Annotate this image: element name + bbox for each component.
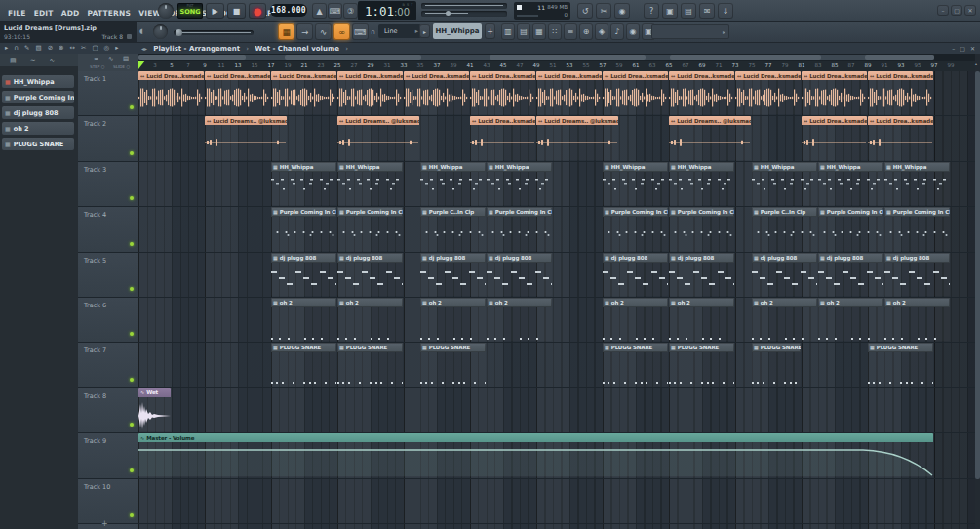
playlist-clip[interactable]: ▦dj plugg 808 [669,253,734,296]
clip-header[interactable]: ▦PLUGG SNARE [337,343,403,352]
playlist-clip[interactable]: ↔Lucid Drea..ksmadethis [470,71,535,114]
playlist-clip[interactable]: ↔Lucid Drea..ksmadethis [802,116,867,159]
add-channel-button[interactable]: + [485,23,495,39]
breadcrumb-arrangement[interactable]: Playlist - Arrangement [153,45,240,53]
playlist-panel-icon[interactable]: ▥ [501,23,515,40]
clip-header[interactable]: ▦HH_Whippa [271,162,336,172]
typing-keyboard-icon[interactable]: ⌨ [352,23,369,40]
link-icon[interactable]: ∞ [333,23,350,40]
time-display[interactable]: B S T 1:01:00 [358,1,416,20]
playlist-clip[interactable]: ↔Lucid Drea..ksmadethis [669,71,734,114]
track-mute-led[interactable] [130,378,134,382]
playlist-clip[interactable]: ▦Purple Coming In Clp [669,207,734,250]
picker-item[interactable]: ▦Purple Coming In Clp [2,91,74,103]
picker-automation-tab[interactable]: ∿ [50,57,56,64]
clip-header[interactable]: ▦Purple Coming In Clp [271,207,336,217]
track-mute-led[interactable] [130,105,134,109]
clip-header[interactable]: ▦dj plugg 808 [337,253,403,263]
track-header[interactable]: Track 11 [78,524,138,529]
playlist-clip[interactable]: ▦HH_Whippa [818,162,883,205]
clip-header[interactable]: ▦HH_Whippa [818,162,883,172]
play-button[interactable]: ▶ [206,3,224,19]
playlist-clip[interactable]: ▦Purple Coming In Clp [818,207,883,250]
playlist-clip[interactable]: ▦HH_Whippa [669,162,734,205]
browser-panel-icon[interactable]: ≡ [564,23,577,40]
clip-header[interactable]: ▦HH_Whippa [603,162,668,172]
step-sequencer-icon[interactable]: ▦ [278,23,294,40]
playlist-clip[interactable]: ▦HH_Whippa [420,162,486,205]
menu-item-patterns[interactable]: PATTERNS [84,3,136,24]
playlist-clip[interactable]: ↔Lucid Drea..ksmadethis [536,71,602,114]
playback-start-marker[interactable] [138,61,145,69]
playlist-clip[interactable]: ▦Purple Coming In Clp [271,207,336,250]
clip-header[interactable]: ▦HH_Whippa [752,162,817,172]
picker-item[interactable]: ▦HH_Whippa [2,75,74,88]
playlist-close-button[interactable]: ✕ [970,45,975,52]
playlist-clip[interactable]: ∿Wet [138,388,171,431]
clip-header[interactable]: ▦oh 2 [603,298,668,307]
clip-header[interactable]: ↔Lucid Drea..ksmadethis [205,71,270,80]
playlist-clip[interactable]: ▦oh 2 [884,298,950,341]
playlist-clip[interactable]: ▦dj plugg 808 [752,253,817,296]
playlist-clip[interactable]: ▦HH_Whippa [752,162,817,205]
clip-header[interactable]: ▦HH_Whippa [487,162,552,172]
clip-header[interactable]: ↔Lucid Dreams.. @luksmadethis [205,116,287,125]
pencil-tool-icon[interactable]: ✎ [24,43,29,54]
clip-header[interactable]: ∿Wet [138,388,171,397]
track-header[interactable]: Track 5 [78,253,138,298]
playlist-clip[interactable]: ▦HH_Whippa [603,162,668,205]
playlist-clip[interactable]: ↔Lucid Drea..ksmadethis [735,71,801,114]
clip-header[interactable]: ↔Lucid Drea..ksmadethis [802,116,867,125]
clip-header[interactable]: ↔Lucid Drea..ksmadethis [868,71,933,80]
clip-header[interactable]: ↔Lucid Drea..ksmadethis [868,116,933,125]
playlist-clip[interactable]: ↔Lucid Dreams.. @luksmadethis [337,116,419,159]
stop-button[interactable]: ■ [227,3,246,19]
mute-tool-icon[interactable]: ⊗ [59,43,63,54]
track-mute-led[interactable] [130,332,134,336]
record-button[interactable]: ● [249,3,266,19]
clip-header[interactable]: ↔Lucid Drea..ksmadethis [735,71,801,80]
playlist-clip[interactable]: ▦Purple Coming In Clp [884,207,950,250]
clip-header[interactable]: ▦dj plugg 808 [420,253,486,263]
plugin-picker-icon[interactable]: ⊕ [579,23,593,40]
export-icon[interactable]: ⇓ [718,3,733,19]
track-header[interactable]: Track 8 [78,388,138,433]
help-icon[interactable]: ? [644,3,659,19]
track-header[interactable]: Track 10 [78,479,138,524]
playlist-clip[interactable]: ▦oh 2 [603,298,668,341]
clip-header[interactable]: ▦PLUGG SNARE [420,343,486,352]
playlist-clip[interactable]: ↔Lucid Drea..ksmadethis [138,71,204,114]
delete-tool-icon[interactable]: ⊘ [48,43,53,54]
playlist-grid-row[interactable]: ▦Purple Coming In Clp▦Purple Coming In C… [138,207,975,252]
picker-item[interactable]: ▦oh 2 [2,122,74,135]
slider-thumb[interactable] [176,29,182,36]
playlist-clip[interactable]: ▦HH_Whippa [487,162,552,205]
pat-song-toggle[interactable]: PAT SONG [177,3,203,19]
clip-header[interactable]: ▦oh 2 [752,298,817,307]
playlist-clip[interactable]: ▦PLUGG SNARE [337,343,403,386]
track-mute-led[interactable] [130,242,134,246]
clip-header[interactable]: ▦PLUGG SNARE [752,343,801,352]
wait-for-input-icon[interactable]: ⌨ [328,3,342,19]
clip-header[interactable]: ↔Lucid Dreams.. @luksmadethis [536,116,618,125]
tempo-display[interactable]: 168.000 [270,4,307,17]
clip-header[interactable]: ▦HH_Whippa [884,162,950,172]
playlist-clip[interactable]: ▦PLUGG SNARE [420,343,486,386]
playlist-clip[interactable]: ▦oh 2 [669,298,734,341]
playlist-clip[interactable]: ▦oh 2 [271,298,336,341]
track-mute-led[interactable] [130,196,134,200]
playlist-grid-row[interactable]: ▦PLUGG SNARE▦PLUGG SNARE▦PLUGG SNARE▦PLU… [138,343,975,387]
one-click-record-icon[interactable]: ◉ [626,23,640,40]
clip-header[interactable]: ▦oh 2 [884,298,950,307]
piano-roll-panel-icon[interactable]: ▤ [517,23,530,40]
playlist-grid-row[interactable]: ↔Lucid Drea..ksmadethis↔Lucid Drea..ksma… [138,71,975,116]
playlist-clip[interactable]: ↔Lucid Drea..ksmadethis [404,71,469,114]
playlist-clip[interactable]: ↔Lucid Drea..ksmadethis [868,116,933,159]
picker-patterns-tab[interactable]: ▤ [10,57,17,64]
clip-header[interactable]: ▦Purple Coming In Clp [603,207,668,217]
vscroll-thumb[interactable] [975,71,980,479]
playlist-clip[interactable]: ▦HH_Whippa [884,162,950,205]
playlist-grid-row[interactable]: ↔Lucid Dreams.. @luksmadethis↔Lucid Drea… [138,116,975,161]
clip-header[interactable]: ▦dj plugg 808 [818,253,883,263]
playlist-clip[interactable]: ▦dj plugg 808 [818,253,883,296]
